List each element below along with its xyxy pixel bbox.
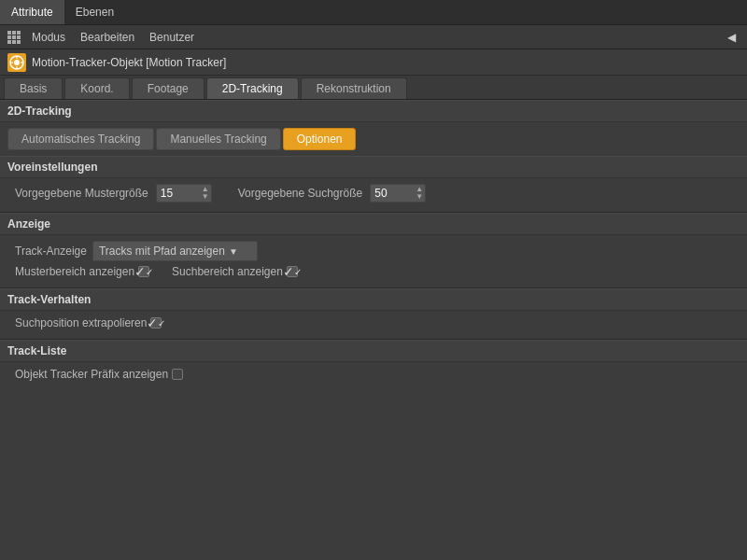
- track-anzeige-label: Track-Anzeige: [15, 245, 87, 258]
- object-header: Motion-Tracker-Objekt [Motion Tracker]: [0, 49, 747, 76]
- track-liste-section: Objekt Tracker Präfix anzeigen: [0, 362, 747, 390]
- anzeige-heading: Anzeige: [0, 213, 747, 235]
- such-input[interactable]: ▲ ▼: [370, 184, 426, 203]
- objekt-tracker-label: Objekt Tracker Präfix anzeigen: [15, 368, 168, 381]
- tracking-section-heading: 2D-Tracking: [0, 100, 747, 122]
- tab-basis[interactable]: Basis: [4, 77, 63, 99]
- voreinstellungen-heading: Voreinstellungen: [0, 156, 747, 178]
- svg-point-1: [14, 60, 20, 65]
- tab-footage[interactable]: Footage: [132, 77, 204, 99]
- tab-2d-tracking[interactable]: 2D-Tracking: [206, 77, 299, 99]
- tracking-sub-tabs: Automatisches Tracking Manuelles Trackin…: [0, 122, 747, 156]
- tab-automatisches-tracking[interactable]: Automatisches Tracking: [7, 128, 154, 150]
- tab-manuelles-tracking[interactable]: Manuelles Tracking: [156, 128, 280, 150]
- secondary-tab-bar: Basis Koord. Footage 2D-Tracking Rekonst…: [0, 76, 747, 100]
- track-liste-heading: Track-Liste: [0, 340, 747, 362]
- objekt-tracker-checkbox[interactable]: [172, 369, 183, 380]
- menu-benutzer[interactable]: Benutzer: [142, 25, 202, 49]
- musterbereich-checkbox[interactable]: ✓: [138, 266, 149, 277]
- musterbereich-label: Musterbereich anzeigen: [15, 265, 134, 278]
- objekt-tracker-row: Objekt Tracker Präfix anzeigen: [7, 368, 740, 381]
- muster-input[interactable]: ▲ ▼: [156, 184, 212, 203]
- muster-label: Vorgegebene Mustergröße: [15, 187, 148, 200]
- menu-modus[interactable]: Modus: [24, 25, 73, 49]
- tab-ebenen[interactable]: Ebenen: [64, 0, 125, 24]
- track-anzeige-dropdown[interactable]: Tracks mit Pfad anzeigen ▼: [92, 241, 258, 261]
- muster-value-input[interactable]: [161, 187, 198, 200]
- tab-optionen[interactable]: Optionen: [283, 128, 357, 150]
- muster-row: Vorgegebene Mustergröße ▲ ▼ Vorgegebene …: [7, 184, 740, 203]
- track-anzeige-row: Track-Anzeige Tracks mit Pfad anzeigen ▼: [7, 241, 740, 261]
- suchposition-checkbox[interactable]: ✓: [150, 317, 162, 329]
- tab-koord[interactable]: Koord.: [64, 77, 129, 99]
- suchposition-row: Suchposition extrapolieren ✓: [7, 316, 740, 329]
- tab-attribute[interactable]: Attribute: [0, 0, 64, 24]
- suchbereich-label: Suchbereich anzeigen: [172, 265, 283, 278]
- menu-collapse-arrow[interactable]: ◀: [727, 31, 743, 44]
- track-verhalten-section: Suchposition extrapolieren ✓: [0, 311, 747, 339]
- such-value-input[interactable]: [374, 187, 412, 200]
- such-label: Vorgegebene Suchgröße: [238, 187, 362, 200]
- object-type-icon: [7, 53, 26, 72]
- menu-bar: Modus Bearbeiten Benutzer ◀: [0, 25, 747, 49]
- grid-icon: [7, 31, 21, 44]
- dropdown-arrow-icon: ▼: [229, 246, 238, 257]
- top-tab-bar: Attribute Ebenen: [0, 0, 747, 25]
- suchbereich-checkbox[interactable]: ✓: [287, 266, 298, 277]
- suchposition-label: Suchposition extrapolieren: [15, 316, 147, 329]
- track-verhalten-heading: Track-Verhalten: [0, 288, 747, 311]
- tab-rekonstruktion[interactable]: Rekonstruktion: [301, 77, 407, 99]
- musterbereich-row: Musterbereich anzeigen ✓ Suchbereich anz…: [7, 265, 740, 278]
- voreinstellungen-section: Vorgegebene Mustergröße ▲ ▼ Vorgegebene …: [0, 178, 747, 212]
- menu-bearbeiten[interactable]: Bearbeiten: [73, 25, 142, 49]
- object-title: Motion-Tracker-Objekt [Motion Tracker]: [32, 56, 226, 69]
- anzeige-section: Track-Anzeige Tracks mit Pfad anzeigen ▼…: [0, 235, 747, 287]
